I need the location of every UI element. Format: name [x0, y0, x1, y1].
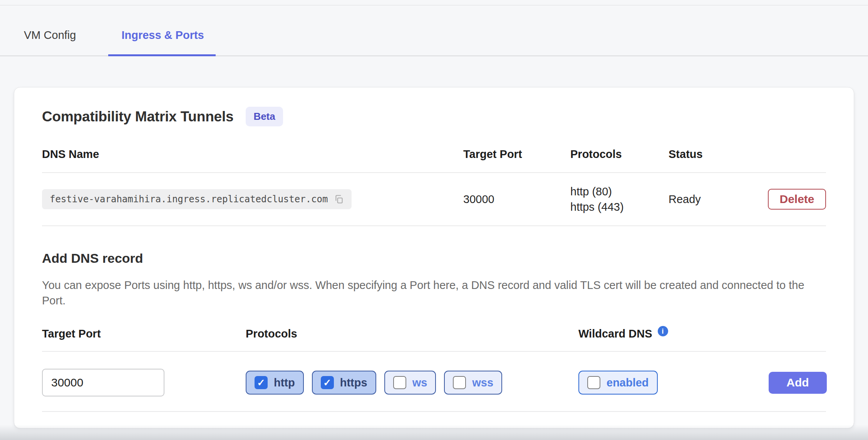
checkbox-unchecked-icon — [393, 376, 406, 389]
delete-button[interactable]: Delete — [768, 189, 826, 210]
row-status: Ready — [669, 193, 768, 206]
top-divider — [0, 5, 868, 5]
form-header-target-port: Target Port — [42, 327, 246, 340]
dns-name-chip: festive-varahamihira.ingress.replicatedc… — [42, 189, 352, 209]
dns-name-value: festive-varahamihira.ingress.replicatedc… — [50, 194, 328, 205]
protocol-checkbox-http[interactable]: ✓ http — [246, 371, 304, 395]
tab-ingress-ports[interactable]: Ingress & Ports — [121, 29, 204, 55]
table-row: festive-varahamihira.ingress.replicatedc… — [42, 173, 826, 226]
protocol-http-label: http — [274, 376, 295, 389]
wildcard-enabled-checkbox[interactable]: enabled — [578, 371, 658, 395]
info-icon[interactable]: i — [658, 326, 668, 336]
wildcard-dns-label: Wildcard DNS — [578, 327, 652, 340]
tunnels-card: Compatibility Matrix Tunnels Beta DNS Na… — [14, 87, 854, 428]
form-header-protocols: Protocols — [246, 327, 578, 340]
checkbox-checked-icon: ✓ — [255, 376, 268, 389]
protocol-checkbox-ws[interactable]: ws — [384, 371, 436, 395]
col-header-target-port: Target Port — [463, 148, 570, 161]
col-header-status: Status — [669, 148, 768, 161]
checkbox-unchecked-icon — [453, 376, 466, 389]
protocol-wss-label: wss — [472, 376, 493, 389]
tab-vm-config[interactable]: VM Config — [24, 29, 76, 55]
protocol-https-label: https — [340, 376, 367, 389]
row-protocol-https: https (443) — [570, 199, 669, 215]
add-dns-description: You can expose Ports using http, https, … — [42, 277, 826, 308]
row-target-port: 30000 — [463, 193, 570, 206]
protocol-ws-label: ws — [412, 376, 427, 389]
protocol-checkbox-group: ✓ http ✓ https ws wss — [246, 371, 578, 395]
protocol-checkbox-wss[interactable]: wss — [444, 371, 502, 395]
card-title: Compatibility Matrix Tunnels — [42, 109, 233, 125]
add-dns-heading: Add DNS record — [42, 251, 826, 266]
wildcard-enabled-label: enabled — [607, 376, 649, 389]
copy-icon[interactable] — [334, 194, 344, 204]
target-port-input[interactable] — [42, 369, 164, 396]
checkbox-unchecked-icon — [587, 376, 600, 389]
beta-badge: Beta — [246, 107, 283, 126]
protocol-checkbox-https[interactable]: ✓ https — [312, 371, 376, 395]
add-button[interactable]: Add — [769, 372, 827, 394]
row-protocols: http (80) https (443) — [570, 184, 669, 215]
col-header-dns-name: DNS Name — [42, 148, 463, 161]
ingress-ports-page: VM Config Ingress & Ports Compatibility … — [0, 0, 868, 440]
form-header-wildcard-dns: Wildcard DNS i — [578, 327, 769, 340]
add-form-header: Target Port Protocols Wildcard DNS i — [42, 308, 826, 352]
add-form-row: ✓ http ✓ https ws wss — [42, 352, 826, 412]
checkbox-checked-icon: ✓ — [321, 376, 334, 389]
tunnels-table-header: DNS Name Target Port Protocols Status — [42, 126, 826, 173]
col-header-protocols: Protocols — [570, 148, 669, 161]
card-title-row: Compatibility Matrix Tunnels Beta — [42, 107, 826, 126]
row-protocol-http: http (80) — [570, 184, 669, 199]
tab-bar: VM Config Ingress & Ports — [0, 0, 868, 56]
